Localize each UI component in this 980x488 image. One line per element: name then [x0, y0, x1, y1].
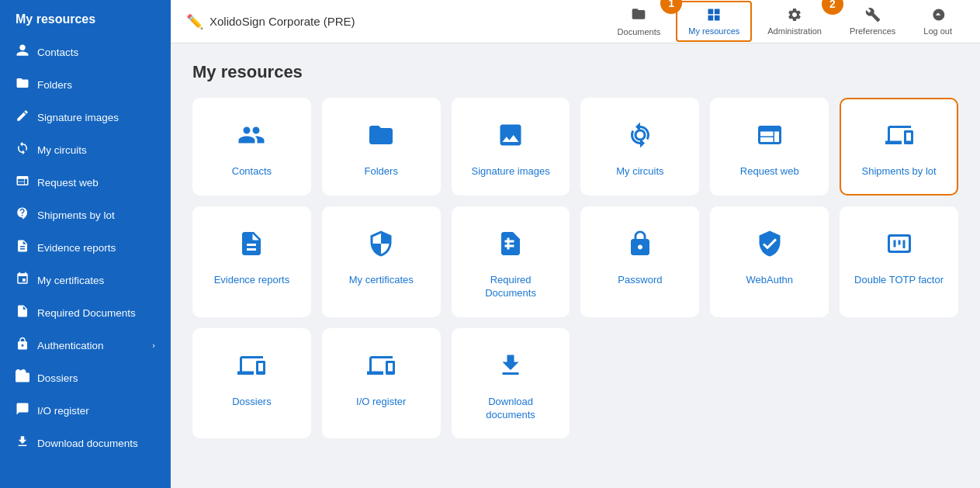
download-card-icon	[497, 351, 525, 386]
app-title: XolidoSign Corporate (PRE)	[210, 15, 355, 28]
sidebar-title: My resources	[0, 0, 171, 36]
totp-card-label: Double TOTP factor	[854, 274, 944, 287]
sig-images-card-label: Signature images	[471, 165, 549, 178]
dossiers-icon	[16, 369, 29, 386]
topbar-logout-label: Log out	[923, 26, 952, 36]
evidence-card-label: Evidence reports	[214, 274, 290, 287]
sidebar-item-download-documents[interactable]: Download documents	[0, 427, 171, 459]
resource-card-signature-images[interactable]: Signature images	[452, 98, 570, 196]
resource-card-required-documents[interactable]: Required Documents	[452, 206, 570, 317]
resource-grid-row2: Evidence reports My certificates Require…	[192, 206, 958, 317]
sidebar-item-dossiers-label: Dossiers	[37, 372, 78, 384]
sidebar-item-request-web[interactable]: Request web	[0, 166, 171, 199]
contacts-icon	[16, 43, 29, 61]
sidebar-item-required-documents[interactable]: Required Documents	[0, 296, 171, 329]
topbar-my-resources-label: My resources	[688, 26, 739, 36]
topbar-admin-label: Administration	[767, 26, 822, 36]
resource-card-io-register[interactable]: I/O register	[322, 328, 441, 439]
resource-grid-row3: Dossiers I/O register Download documents	[192, 328, 958, 439]
topbar-nav-my-resources[interactable]: My resources	[676, 1, 752, 42]
logout-nav-icon	[930, 7, 946, 25]
sidebar-item-io-register[interactable]: I/O register	[0, 394, 171, 427]
shipments-card-icon	[885, 121, 913, 156]
sidebar-item-req-docs-label: Required Documents	[37, 307, 136, 319]
authentication-icon	[16, 337, 29, 354]
folders-icon	[16, 76, 29, 93]
certs-card-label: My certificates	[349, 274, 414, 287]
topbar-prefs-label: Preferences	[850, 26, 895, 36]
sidebar-item-my-certificates[interactable]: My certificates	[0, 264, 171, 296]
resource-card-dossiers[interactable]: Dossiers	[192, 328, 311, 439]
signature-images-card-icon	[497, 121, 525, 156]
sidebar-item-sig-images-label: Signature images	[37, 112, 119, 123]
my-resources-nav-icon	[706, 7, 722, 25]
resource-card-my-certificates[interactable]: My certificates	[322, 206, 441, 317]
resource-card-my-circuits[interactable]: My circuits	[580, 98, 699, 196]
sidebar-item-folders-label: Folders	[37, 79, 72, 91]
io-card-icon	[367, 351, 395, 386]
documents-nav-icon	[631, 6, 646, 26]
webauthn-card-icon	[756, 230, 784, 265]
circuits-card-label: My circuits	[616, 165, 663, 178]
sidebar-item-dossiers[interactable]: Dossiers	[0, 362, 171, 394]
sidebar-item-folders[interactable]: Folders	[0, 68, 171, 101]
shipments-by-lot-icon	[16, 206, 29, 223]
download-card-label: Download documents	[466, 396, 556, 422]
totp-card-icon	[885, 230, 913, 265]
page-title: My resources	[192, 62, 958, 82]
dossiers-card-label: Dossiers	[232, 396, 272, 409]
resource-card-shipments-by-lot[interactable]: Shipments by lot	[840, 98, 958, 196]
circuits-card-icon	[626, 121, 654, 156]
sidebar-item-shipments-by-lot[interactable]: Shipments by lot	[0, 199, 171, 231]
contacts-card-icon	[237, 121, 265, 156]
sidebar-item-circuits-label: My circuits	[37, 144, 87, 156]
request-web-card-label: Request web	[740, 165, 799, 178]
topbar-nav-preferences[interactable]: Preferences	[837, 1, 908, 42]
pencil-icon: ✏️	[186, 13, 203, 30]
password-card-label: Password	[618, 274, 662, 287]
req-docs-card-icon	[497, 230, 525, 265]
resource-card-contacts[interactable]: Contacts	[192, 98, 311, 196]
administration-nav-icon	[787, 7, 802, 25]
topbar-documents-label: Documents	[618, 27, 661, 36]
resource-card-download-documents[interactable]: Download documents	[452, 328, 570, 439]
signature-images-icon	[16, 109, 29, 126]
sidebar-item-evidence-reports[interactable]: Evidence reports	[0, 231, 171, 264]
sidebar-item-auth-label: Authentication	[37, 340, 104, 351]
app-title-area: ✏️ XolidoSign Corporate (PRE)	[186, 13, 605, 30]
io-card-label: I/O register	[356, 396, 406, 409]
resource-card-webauthn[interactable]: WebAuthn	[710, 206, 829, 317]
shipments-card-label: Shipments by lot	[862, 165, 937, 178]
resource-card-folders[interactable]: Folders	[322, 98, 441, 196]
sidebar-item-shipments-label: Shipments by lot	[37, 209, 115, 221]
sidebar-item-io-label: I/O register	[37, 405, 89, 417]
resource-card-evidence-reports[interactable]: Evidence reports	[192, 206, 311, 317]
sidebar-item-download-label: Download documents	[37, 438, 138, 449]
sidebar-item-contacts[interactable]: Contacts	[0, 36, 171, 68]
folders-card-label: Folders	[365, 165, 398, 178]
certificates-icon	[16, 272, 29, 289]
resource-grid-row1: Contacts Folders Signature images	[192, 98, 958, 196]
download-docs-icon	[16, 434, 29, 452]
sidebar-item-authentication[interactable]: Authentication ›	[0, 329, 171, 362]
password-card-icon	[626, 230, 654, 265]
sidebar-item-evidence-label: Evidence reports	[37, 242, 116, 254]
sidebar: My resources Contacts Folders Signature …	[0, 0, 171, 488]
sidebar-item-my-circuits[interactable]: My circuits	[0, 133, 171, 166]
request-web-icon	[16, 174, 29, 191]
topbar-nav-documents[interactable]: Documents 1	[605, 0, 674, 43]
topbar-nav-administration[interactable]: Administration 2	[755, 1, 834, 42]
webauthn-card-label: WebAuthn	[746, 274, 793, 287]
folders-card-icon	[367, 121, 395, 156]
topbar-nav-logout[interactable]: Log out	[911, 1, 964, 42]
evidence-reports-icon	[16, 239, 29, 256]
resource-card-password[interactable]: Password	[580, 206, 699, 317]
io-register-icon	[16, 402, 29, 419]
preferences-nav-icon	[865, 7, 881, 25]
sidebar-item-signature-images[interactable]: Signature images	[0, 101, 171, 133]
request-web-card-icon	[756, 121, 784, 156]
resource-card-request-web[interactable]: Request web	[710, 98, 829, 196]
resource-card-double-totp[interactable]: Double TOTP factor	[840, 206, 958, 317]
sidebar-item-request-web-label: Request web	[37, 177, 99, 189]
required-docs-icon	[16, 304, 29, 321]
